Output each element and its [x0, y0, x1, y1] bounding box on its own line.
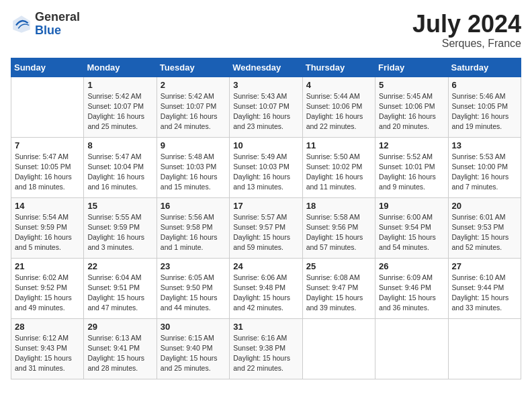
calendar-cell: 13Sunrise: 5:53 AM Sunset: 10:00 PM Dayl… [448, 137, 521, 197]
calendar-cell [11, 77, 84, 137]
day-info: Sunrise: 6:10 AM Sunset: 9:44 PM Dayligh… [452, 273, 517, 314]
day-number: 5 [379, 80, 444, 90]
month-year-title: July 2024 [412, 11, 521, 38]
calendar-cell: 7Sunrise: 5:47 AM Sunset: 10:05 PM Dayli… [11, 137, 84, 197]
day-number: 27 [452, 261, 517, 271]
day-number: 4 [306, 80, 371, 90]
calendar-cell: 30Sunrise: 6:15 AM Sunset: 9:40 PM Dayli… [157, 318, 229, 379]
day-info: Sunrise: 5:55 AM Sunset: 9:59 PM Dayligh… [87, 212, 152, 253]
day-number: 10 [233, 140, 298, 150]
day-number: 30 [161, 322, 226, 332]
day-info: Sunrise: 5:57 AM Sunset: 9:57 PM Dayligh… [233, 212, 298, 253]
day-number: 8 [87, 140, 152, 150]
day-info: Sunrise: 6:05 AM Sunset: 9:50 PM Dayligh… [161, 273, 226, 314]
calendar-cell: 16Sunrise: 5:56 AM Sunset: 9:58 PM Dayli… [157, 197, 229, 258]
day-info: Sunrise: 5:45 AM Sunset: 10:06 PM Daylig… [379, 91, 444, 132]
header-cell-tuesday: Tuesday [157, 58, 229, 77]
day-number: 11 [306, 140, 371, 150]
calendar-cell: 2Sunrise: 5:42 AM Sunset: 10:07 PM Dayli… [157, 77, 229, 137]
day-info: Sunrise: 5:44 AM Sunset: 10:06 PM Daylig… [306, 91, 371, 132]
day-info: Sunrise: 5:43 AM Sunset: 10:07 PM Daylig… [233, 91, 298, 132]
calendar-cell: 4Sunrise: 5:44 AM Sunset: 10:06 PM Dayli… [302, 77, 375, 137]
calendar-table: SundayMondayTuesdayWednesdayThursdayFrid… [11, 58, 521, 379]
title-block: July 2024 Serques, France [412, 11, 521, 50]
header-cell-saturday: Saturday [448, 58, 521, 77]
header-cell-wednesday: Wednesday [230, 58, 302, 77]
calendar-week-row: 21Sunrise: 6:02 AM Sunset: 9:52 PM Dayli… [11, 258, 521, 318]
day-number: 18 [306, 201, 371, 211]
day-number: 31 [233, 322, 298, 332]
day-number: 28 [15, 322, 80, 332]
day-info: Sunrise: 5:50 AM Sunset: 10:02 PM Daylig… [306, 152, 371, 193]
logo-icon [11, 13, 32, 35]
day-number: 12 [379, 140, 444, 150]
calendar-cell: 14Sunrise: 5:54 AM Sunset: 9:59 PM Dayli… [11, 197, 84, 258]
calendar-cell: 21Sunrise: 6:02 AM Sunset: 9:52 PM Dayli… [11, 258, 84, 318]
day-info: Sunrise: 5:52 AM Sunset: 10:01 PM Daylig… [379, 152, 444, 193]
day-number: 2 [161, 80, 226, 90]
day-info: Sunrise: 5:58 AM Sunset: 9:56 PM Dayligh… [306, 212, 371, 253]
day-info: Sunrise: 6:12 AM Sunset: 9:43 PM Dayligh… [15, 333, 80, 374]
day-number: 29 [87, 322, 152, 332]
calendar-cell: 19Sunrise: 6:00 AM Sunset: 9:54 PM Dayli… [375, 197, 448, 258]
day-number: 7 [15, 140, 80, 150]
calendar-cell: 31Sunrise: 6:16 AM Sunset: 9:38 PM Dayli… [230, 318, 302, 379]
day-number: 14 [15, 201, 80, 211]
day-info: Sunrise: 6:16 AM Sunset: 9:38 PM Dayligh… [233, 333, 298, 374]
calendar-cell: 3Sunrise: 5:43 AM Sunset: 10:07 PM Dayli… [230, 77, 302, 137]
day-info: Sunrise: 5:54 AM Sunset: 9:59 PM Dayligh… [15, 212, 80, 253]
calendar-body: 1Sunrise: 5:42 AM Sunset: 10:07 PM Dayli… [11, 77, 521, 379]
calendar-cell: 22Sunrise: 6:04 AM Sunset: 9:51 PM Dayli… [84, 258, 157, 318]
day-info: Sunrise: 5:56 AM Sunset: 9:58 PM Dayligh… [161, 212, 226, 253]
calendar-cell: 8Sunrise: 5:47 AM Sunset: 10:04 PM Dayli… [84, 137, 157, 197]
calendar-header-row: SundayMondayTuesdayWednesdayThursdayFrid… [11, 58, 521, 77]
day-info: Sunrise: 5:49 AM Sunset: 10:03 PM Daylig… [233, 152, 298, 193]
calendar-cell: 17Sunrise: 5:57 AM Sunset: 9:57 PM Dayli… [230, 197, 302, 258]
day-info: Sunrise: 6:00 AM Sunset: 9:54 PM Dayligh… [379, 212, 444, 253]
day-info: Sunrise: 6:08 AM Sunset: 9:47 PM Dayligh… [306, 273, 371, 314]
day-info: Sunrise: 6:01 AM Sunset: 9:53 PM Dayligh… [452, 212, 517, 253]
calendar-week-row: 1Sunrise: 5:42 AM Sunset: 10:07 PM Dayli… [11, 77, 521, 137]
day-info: Sunrise: 5:47 AM Sunset: 10:05 PM Daylig… [15, 152, 80, 193]
day-info: Sunrise: 5:47 AM Sunset: 10:04 PM Daylig… [87, 152, 152, 193]
logo-general: General [35, 11, 80, 24]
calendar-cell: 26Sunrise: 6:09 AM Sunset: 9:46 PM Dayli… [375, 258, 448, 318]
day-number: 23 [161, 261, 226, 271]
day-number: 16 [161, 201, 226, 211]
calendar-cell: 18Sunrise: 5:58 AM Sunset: 9:56 PM Dayli… [302, 197, 375, 258]
day-number: 1 [87, 80, 152, 90]
day-number: 13 [452, 140, 517, 150]
calendar-cell: 29Sunrise: 6:13 AM Sunset: 9:41 PM Dayli… [84, 318, 157, 379]
calendar-cell: 5Sunrise: 5:45 AM Sunset: 10:06 PM Dayli… [375, 77, 448, 137]
day-info: Sunrise: 6:04 AM Sunset: 9:51 PM Dayligh… [87, 273, 152, 314]
day-info: Sunrise: 5:42 AM Sunset: 10:07 PM Daylig… [161, 91, 226, 132]
day-number: 26 [379, 261, 444, 271]
day-info: Sunrise: 6:15 AM Sunset: 9:40 PM Dayligh… [161, 333, 226, 374]
day-info: Sunrise: 5:53 AM Sunset: 10:00 PM Daylig… [452, 152, 517, 193]
calendar-cell: 6Sunrise: 5:46 AM Sunset: 10:05 PM Dayli… [448, 77, 521, 137]
logo: General Blue [11, 11, 80, 38]
calendar-cell: 10Sunrise: 5:49 AM Sunset: 10:03 PM Dayl… [230, 137, 302, 197]
calendar-cell: 12Sunrise: 5:52 AM Sunset: 10:01 PM Dayl… [375, 137, 448, 197]
day-number: 9 [161, 140, 226, 150]
day-number: 15 [87, 201, 152, 211]
day-number: 19 [379, 201, 444, 211]
day-info: Sunrise: 6:02 AM Sunset: 9:52 PM Dayligh… [15, 273, 80, 314]
header-cell-thursday: Thursday [302, 58, 375, 77]
calendar-week-row: 28Sunrise: 6:12 AM Sunset: 9:43 PM Dayli… [11, 318, 521, 379]
day-info: Sunrise: 6:09 AM Sunset: 9:46 PM Dayligh… [379, 273, 444, 314]
header-cell-sunday: Sunday [11, 58, 84, 77]
day-number: 17 [233, 201, 298, 211]
day-number: 20 [452, 201, 517, 211]
location-subtitle: Serques, France [412, 38, 521, 50]
calendar-cell: 15Sunrise: 5:55 AM Sunset: 9:59 PM Dayli… [84, 197, 157, 258]
day-number: 21 [15, 261, 80, 271]
day-info: Sunrise: 5:48 AM Sunset: 10:03 PM Daylig… [161, 152, 226, 193]
header-cell-friday: Friday [375, 58, 448, 77]
calendar-week-row: 14Sunrise: 5:54 AM Sunset: 9:59 PM Dayli… [11, 197, 521, 258]
calendar-cell: 1Sunrise: 5:42 AM Sunset: 10:07 PM Dayli… [84, 77, 157, 137]
calendar-cell [302, 318, 375, 379]
day-number: 25 [306, 261, 371, 271]
header-cell-monday: Monday [84, 58, 157, 77]
logo-text: General Blue [35, 11, 80, 38]
